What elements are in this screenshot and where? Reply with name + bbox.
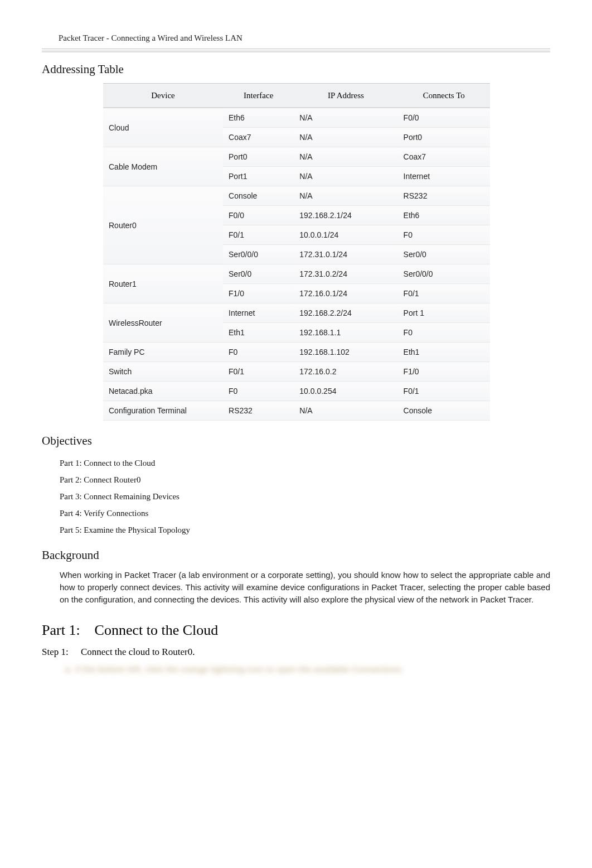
- cell-interface: Internet: [223, 303, 294, 323]
- cell-interface: F1/0: [223, 284, 294, 303]
- page-header-text: Packet Tracer - Connecting a Wired and W…: [59, 33, 242, 42]
- addressing-table-title: Addressing Table: [42, 62, 550, 76]
- table-row: Router1Ser0/0172.31.0.2/24Ser0/0/0: [103, 264, 490, 284]
- cell-connects: Console: [398, 401, 490, 421]
- cell-interface: F0/0: [223, 206, 294, 225]
- table-row: Configuration TerminalRS232N/AConsole: [103, 401, 490, 421]
- cell-connects: Eth1: [398, 343, 490, 362]
- cell-connects: Ser0/0/0: [398, 264, 490, 284]
- cell-ip: 192.168.1.1: [294, 323, 397, 343]
- cell-device: Cable Modem: [103, 147, 223, 186]
- cell-connects: F1/0: [398, 362, 490, 382]
- blurred-content: a. If the bottom left, click the orange …: [65, 664, 550, 674]
- cell-interface: Console: [223, 186, 294, 206]
- cell-connects: Internet: [398, 167, 490, 186]
- cell-ip: 10.0.0.1/24: [294, 225, 397, 245]
- table-row: Router0ConsoleN/ARS232: [103, 186, 490, 206]
- table-row: Cable ModemPort0N/ACoax7: [103, 147, 490, 167]
- col-device: Device: [103, 84, 223, 108]
- cell-connects: F0: [398, 225, 490, 245]
- cell-connects: F0/1: [398, 382, 490, 401]
- step1-text: Connect the cloud to Router0.: [81, 647, 195, 657]
- background-text: When working in Packet Tracer (a lab env…: [60, 569, 550, 605]
- cell-ip: 172.31.0.2/24: [294, 264, 397, 284]
- cell-interface: Ser0/0/0: [223, 245, 294, 264]
- cell-interface: RS232: [223, 401, 294, 421]
- cell-interface: Eth6: [223, 108, 294, 128]
- col-connects: Connects To: [398, 84, 490, 108]
- cell-ip: N/A: [294, 401, 397, 421]
- header-rule: [42, 49, 550, 52]
- cell-ip: 172.16.0.2: [294, 362, 397, 382]
- cell-connects: F0: [398, 323, 490, 343]
- cell-device: Switch: [103, 362, 223, 382]
- page-header: Packet Tracer - Connecting a Wired and W…: [42, 33, 550, 49]
- cell-interface: F0: [223, 343, 294, 362]
- part1-heading: Part 1: Connect to the Cloud: [42, 622, 550, 639]
- table-row: SwitchF0/1172.16.0.2F1/0: [103, 362, 490, 382]
- cell-device: WirelessRouter: [103, 303, 223, 343]
- cell-interface: Eth1: [223, 323, 294, 343]
- cell-connects: F0/1: [398, 284, 490, 303]
- cell-ip: N/A: [294, 147, 397, 167]
- cell-ip: N/A: [294, 128, 397, 147]
- part1-title: Connect to the Cloud: [95, 622, 219, 638]
- cell-ip: 192.168.2.1/24: [294, 206, 397, 225]
- step1-label: Step 1:: [42, 647, 69, 658]
- table-row: Family PCF0192.168.1.102Eth1: [103, 343, 490, 362]
- objectives-list: Part 1: Connect to the CloudPart 2: Conn…: [60, 455, 550, 538]
- table-body: CloudEth6N/AF0/0Coax7N/APort0Cable Modem…: [103, 108, 490, 421]
- cell-device: Netacad.pka: [103, 382, 223, 401]
- cell-interface: F0/1: [223, 225, 294, 245]
- cell-ip: N/A: [294, 108, 397, 128]
- cell-connects: Eth6: [398, 206, 490, 225]
- cell-device: Configuration Terminal: [103, 401, 223, 421]
- table-row: Netacad.pkaF010.0.0.254F0/1: [103, 382, 490, 401]
- cell-ip: N/A: [294, 167, 397, 186]
- col-ip: IP Address: [294, 84, 397, 108]
- cell-connects: Coax7: [398, 147, 490, 167]
- cell-device: Family PC: [103, 343, 223, 362]
- cell-interface: Coax7: [223, 128, 294, 147]
- objective-item: Part 5: Examine the Physical Topology: [60, 522, 550, 538]
- cell-device: Cloud: [103, 108, 223, 147]
- objective-item: Part 1: Connect to the Cloud: [60, 455, 550, 471]
- cell-interface: Port0: [223, 147, 294, 167]
- cell-connects: Port 1: [398, 303, 490, 323]
- cell-ip: 172.16.0.1/24: [294, 284, 397, 303]
- objectives-title: Objectives: [42, 434, 550, 448]
- objective-item: Part 3: Connect Remaining Devices: [60, 488, 550, 505]
- cell-ip: N/A: [294, 186, 397, 206]
- cell-connects: F0/0: [398, 108, 490, 128]
- table-header-row: Device Interface IP Address Connects To: [103, 84, 490, 108]
- objective-item: Part 4: Verify Connections: [60, 505, 550, 522]
- cell-ip: 172.31.0.1/24: [294, 245, 397, 264]
- table-row: CloudEth6N/AF0/0: [103, 108, 490, 128]
- cell-ip: 192.168.1.102: [294, 343, 397, 362]
- cell-ip: 10.0.0.254: [294, 382, 397, 401]
- cell-interface: Ser0/0: [223, 264, 294, 284]
- cell-device: Router0: [103, 186, 223, 264]
- cell-interface: Port1: [223, 167, 294, 186]
- cell-connects: RS232: [398, 186, 490, 206]
- cell-device: Router1: [103, 264, 223, 303]
- cell-interface: F0: [223, 382, 294, 401]
- addressing-table-wrap: Device Interface IP Address Connects To …: [103, 83, 490, 421]
- cell-interface: F0/1: [223, 362, 294, 382]
- blurred-hint-text: a. If the bottom left, click the orange …: [65, 664, 404, 674]
- addressing-table: Device Interface IP Address Connects To …: [103, 83, 490, 421]
- table-row: WirelessRouterInternet192.168.2.2/24Port…: [103, 303, 490, 323]
- cell-connects: Port0: [398, 128, 490, 147]
- cell-ip: 192.168.2.2/24: [294, 303, 397, 323]
- part1-prefix: Part 1:: [42, 622, 80, 638]
- document-page: Packet Tracer - Connecting a Wired and W…: [0, 0, 592, 697]
- objective-item: Part 2: Connect Router0: [60, 471, 550, 488]
- step1-line: Step 1: Connect the cloud to Router0.: [42, 647, 550, 658]
- background-title: Background: [42, 548, 550, 562]
- col-interface: Interface: [223, 84, 294, 108]
- cell-connects: Ser0/0: [398, 245, 490, 264]
